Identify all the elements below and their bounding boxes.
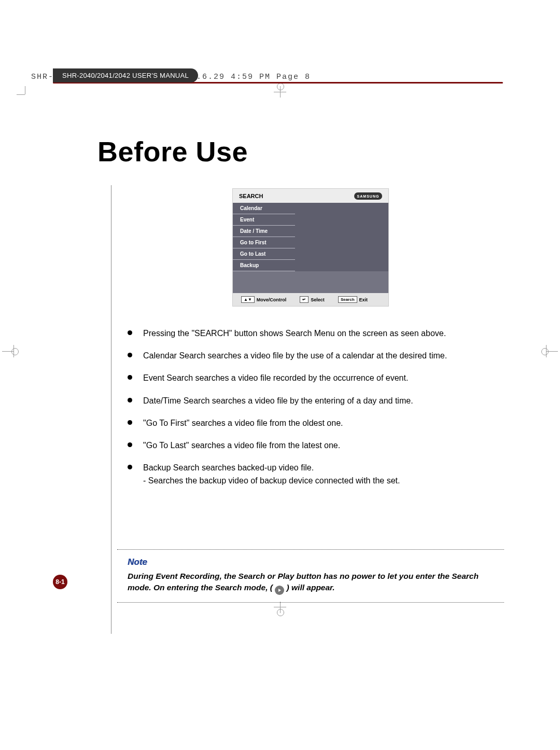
note-text-2: ) will appear. (287, 583, 335, 592)
footer-exit-key-label: Search (338, 296, 357, 303)
menu-item-go-to-first: Go to First (233, 237, 295, 248)
menu-item-backup: Backup (233, 260, 295, 271)
samsung-logo: SAMSUNG (354, 192, 382, 200)
list-item: "Go To Last" searches a video file from … (128, 439, 504, 451)
menu-item-date-time: Date / Time (233, 226, 295, 237)
bullet-text: Date/Time Search searches a video file b… (143, 396, 413, 405)
note-box: Note During Event Recording, the Search … (117, 549, 504, 603)
content-column: SEARCH SAMSUNG Calendar Event Date / Tim… (117, 188, 504, 603)
footer-key-select: ↵Select (300, 296, 325, 303)
crop-mark-right-v (546, 345, 547, 357)
content-left-rule (111, 185, 111, 634)
note-body: During Event Recording, the Search or Pl… (128, 571, 502, 595)
list-item: Pressing the "SEARCH" button shows Searc… (128, 327, 504, 339)
page-number-badge: 8-1 (53, 575, 67, 589)
crop-mark-bottom (280, 602, 281, 613)
play-icon (275, 586, 284, 595)
screenshot-menu-container: Calendar Event Date / Time Go to First G… (233, 203, 388, 293)
bullet-text: Event Search searches a video file recor… (143, 373, 408, 382)
footer-key-move: ▲▼Move/Control (241, 296, 286, 303)
menu-item-calendar: Calendar (233, 203, 295, 214)
bullet-text: "Go To Last" searches a video file from … (143, 441, 340, 450)
footer-key-exit: SearchExit (338, 296, 368, 303)
menu-item-event: Event (233, 214, 295, 226)
bullet-subtext: - Searches the backup video of backup de… (143, 475, 504, 487)
screenshot-title: SEARCH (239, 193, 263, 199)
crop-mark-left-v (13, 345, 14, 357)
header-bar: SHR-2040/2041/2042 USER'S MANUAL (53, 68, 503, 84)
list-item: Event Search searches a video file recor… (128, 372, 504, 384)
crop-mark-top-h (274, 92, 286, 92)
manual-title-pill: SHR-2040/2041/2042 USER'S MANUAL (53, 68, 198, 82)
page-title: Before Use (97, 135, 560, 168)
screenshot-menu: Calendar Event Date / Time Go to First G… (233, 203, 388, 271)
footer-select-label: Select (311, 297, 325, 302)
page: SHR-2040/2041/2042-ENG-1 2005.6.29 4:59 … (0, 68, 560, 634)
device-screenshot: SEARCH SAMSUNG Calendar Event Date / Tim… (232, 188, 389, 307)
note-title: Note (128, 557, 502, 567)
bullet-list: Pressing the "SEARCH" button shows Searc… (128, 327, 504, 487)
crop-mark-right (547, 351, 558, 352)
footer-exit-label: Exit (359, 297, 368, 302)
footer-move-label: Move/Control (257, 297, 287, 302)
screenshot-body (233, 271, 388, 293)
bullet-text: "Go To First" searches a video file from… (143, 419, 343, 427)
screenshot-footer: ▲▼Move/Control ↵Select SearchExit (233, 293, 388, 306)
list-item: Backup Search searches backed-up video f… (128, 462, 504, 487)
list-item: "Go To First" searches a video file from… (128, 417, 504, 429)
crop-mark-left (2, 351, 13, 352)
bullet-text: Calendar Search searches a video file by… (143, 351, 447, 360)
list-item: Calendar Search searches a video file by… (128, 350, 504, 362)
crop-mark-bottom-h (274, 607, 286, 607)
bullet-text: Pressing the "SEARCH" button shows Searc… (143, 329, 446, 338)
screenshot-header: SEARCH SAMSUNG (233, 189, 388, 203)
menu-item-go-to-last: Go to Last (233, 248, 295, 260)
list-item: Date/Time Search searches a video file b… (128, 395, 504, 407)
bullet-text: Backup Search searches backed-up video f… (143, 463, 314, 472)
